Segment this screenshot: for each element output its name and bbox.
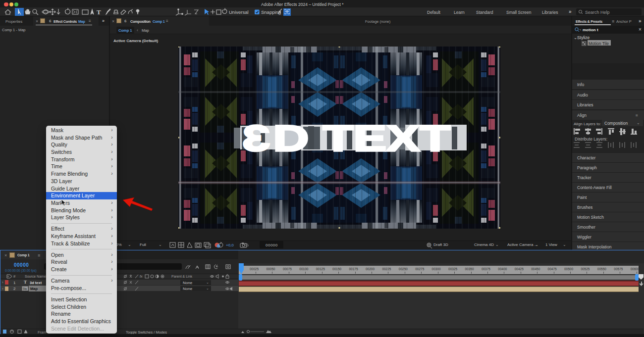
svg-text:3: 3 [242, 118, 270, 159]
svg-text:T: T [97, 8, 101, 16]
svg-text:Universal: Universal [229, 9, 249, 15]
svg-text:D TEXT: D TEXT [273, 118, 450, 159]
svg-text:fx: fx [140, 275, 143, 278]
